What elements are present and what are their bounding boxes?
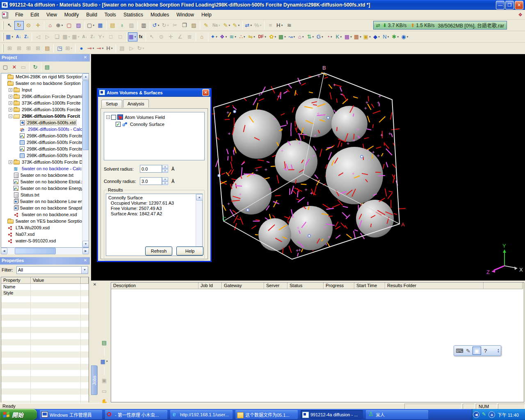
tree-item-label[interactable]: 5water on no backbone Sorption Fixed [15, 81, 82, 86]
adjust-bond-button[interactable]: ⇄▼ [244, 21, 253, 30]
chevron-down-icon[interactable]: ▼ [397, 36, 399, 38]
tree-item[interactable]: 5water on no backbone Energy.xc [1, 185, 82, 192]
chevron-down-icon[interactable]: ▼ [250, 24, 252, 27]
chevron-down-icon[interactable]: ▼ [101, 47, 104, 50]
window-top-button[interactable]: ⊞ [24, 44, 33, 53]
module-kinetix-button[interactable]: ◔▼ [325, 32, 334, 41]
maximize-view-button[interactable]: ◳ [55, 44, 64, 53]
menu-file[interactable]: File [11, 11, 27, 19]
expand-icon[interactable]: + [9, 88, 12, 92]
analysis-tree-item[interactable]: −Atom Volumes Field [105, 114, 203, 121]
solvent-radius-stepper[interactable]: ▲▼ [162, 165, 168, 173]
add-hydrogen-button[interactable]: H▼ [275, 21, 285, 30]
chevron-down-icon[interactable]: ▼ [142, 47, 144, 50]
chevron-down-icon[interactable]: ▼ [68, 36, 71, 38]
run-script-button[interactable]: ▷ [127, 44, 136, 53]
dialog-title-bar[interactable]: Atom Volumes & Surfaces ✕ [98, 88, 210, 97]
menu-statistics[interactable]: Statistics [120, 11, 147, 19]
copy-button[interactable]: ❐ [180, 21, 189, 30]
chevron-down-icon[interactable]: ▼ [81, 267, 88, 274]
chevron-down-icon[interactable]: ▼ [218, 24, 221, 27]
select-2-button[interactable]: ↖ [147, 32, 157, 41]
property-row[interactable] [1, 388, 89, 395]
chevron-down-icon[interactable]: ▼ [243, 36, 246, 38]
annotate-button[interactable]: ❏ [52, 32, 62, 41]
tree-item-label[interactable]: LTA-Wu2009.xsd [15, 225, 50, 230]
tree-item-label[interactable]: MeOH-298K on rigid MS Sorption Iso [15, 74, 82, 79]
translate-button[interactable]: ✛ [33, 21, 43, 30]
chevron-down-icon[interactable]: ▼ [78, 36, 80, 38]
tree-item[interactable]: −298K-diffusion-500fs Forcit [1, 113, 82, 119]
module-dpd-button[interactable]: ↝▼ [287, 32, 297, 41]
jobs-tab[interactable]: Jobs [91, 365, 98, 395]
menu-edit[interactable]: Edit [27, 11, 43, 19]
tree-item-label[interactable]: 298K-diffusion-1000fs Forcite Dy [21, 107, 82, 112]
scroll-down-icon[interactable]: ▼ [82, 241, 89, 247]
property-row[interactable] [1, 321, 89, 327]
property-row[interactable] [1, 345, 89, 352]
ime-help-button[interactable]: ? [481, 347, 490, 355]
jobs-column-progress[interactable]: Progress [324, 283, 354, 289]
paste-button[interactable]: ▨ [189, 21, 199, 30]
module-forcite-button[interactable]: ⇅▼ [306, 32, 315, 41]
chevron-down-icon[interactable]: ▼ [369, 36, 371, 38]
tree-item-label[interactable]: 298K-diffusion-500fs Forcite [26, 133, 82, 138]
tree-item-label[interactable]: 298K-diffusion-500fs Forcite [26, 146, 82, 151]
chevron-down-icon[interactable]: ▼ [225, 36, 227, 38]
help-button[interactable]: Help [176, 247, 203, 256]
cut-button[interactable]: ✂ [170, 21, 180, 30]
select-button[interactable]: ↖ [5, 21, 14, 30]
undo-button[interactable]: ↺▼ [151, 21, 161, 30]
jobs-column-description[interactable]: Description [111, 283, 199, 289]
measure-button[interactable]: ∠ [176, 32, 185, 41]
ime-keyboard-button[interactable]: ⌨ [455, 347, 464, 355]
tree-item[interactable]: 298K-diffusion-500fs.xtd [1, 119, 82, 126]
jobs-view-button[interactable]: ▦▼ [100, 357, 109, 366]
pen-tray-icon[interactable]: ✎ [481, 411, 487, 418]
tree-item-label[interactable]: 5water on no backbone Etotal.xcd [20, 179, 82, 184]
add-atom-button[interactable]: ● [77, 44, 86, 53]
next-frame-button[interactable]: ▷ [43, 32, 52, 41]
toolbar-grip[interactable] [2, 21, 4, 30]
tree-item-label[interactable]: 5water on no backbone - Calculati [21, 166, 82, 171]
scroll-up-icon[interactable]: ▲ [196, 194, 203, 201]
menu-tools[interactable]: Tools [101, 11, 120, 19]
chevron-down-icon[interactable]: ▼ [350, 36, 352, 38]
module-analysis-button[interactable]: ✦▼ [210, 32, 219, 41]
module-mesocite-button[interactable]: K▼ [334, 32, 344, 41]
tree-item-label[interactable]: 373K-diffusion-500fs Forcite Dyn [21, 160, 82, 164]
module-reflex-button[interactable]: N▼ [381, 32, 391, 41]
tree-item-label[interactable]: water-S-991020.xsd [15, 238, 57, 243]
sketch-fragment-button[interactable]: ✎▼ [232, 21, 241, 30]
zoom-2-button[interactable]: ⊙ [157, 32, 166, 41]
solvent-radius-input[interactable] [140, 165, 162, 173]
tree-item-label[interactable]: 298K-diffusion-500fs Forcite [26, 140, 82, 145]
jobs-column-server[interactable]: Server [264, 283, 288, 289]
menu-window[interactable]: Window [173, 11, 198, 19]
jobs-properties-button[interactable]: ▣ [100, 376, 109, 385]
minimize-button[interactable]: — [496, 1, 504, 9]
chevron-down-icon[interactable]: ▼ [234, 36, 237, 38]
prev-frame-button[interactable]: ◁ [33, 32, 43, 41]
translate-2-button[interactable]: ✛ [166, 32, 176, 41]
sort-za-2-button[interactable]: Z↓ [89, 32, 97, 41]
scroll-up-icon[interactable]: ▲ [82, 73, 89, 80]
open-button[interactable]: ▤ [108, 21, 117, 30]
tree-item[interactable]: +373K-diffusion-1000fs Forcite Dy [1, 100, 82, 106]
task-button-ie[interactable]: http://192.168.1.1/user... [170, 410, 233, 419]
tree-item-label[interactable]: Na07.xsd [15, 232, 35, 237]
tree-item[interactable]: 5water on no backbone.txt [1, 172, 82, 178]
connolly-radius-stepper[interactable]: ▲▼ [162, 177, 168, 185]
module-mesodyn-button[interactable]: ▩▼ [344, 32, 353, 41]
sort-az-button[interactable]: A↓ [14, 32, 23, 41]
tab-setup[interactable]: Setup [101, 100, 122, 108]
task-button-opera[interactable]: - 第一性原理 小木虫... [105, 410, 167, 419]
clean-button[interactable]: ≋ [285, 21, 294, 30]
zoom-button[interactable]: ⊙ [24, 21, 33, 30]
tree-item-label[interactable]: Status.txt [20, 192, 40, 197]
module-castep-button[interactable]: ∴▼ [238, 32, 247, 41]
module-blends-button[interactable]: ≋▼ [228, 32, 238, 41]
grid-view-button[interactable]: ▦▼ [128, 32, 137, 41]
fit-view-button[interactable]: ▢ [64, 21, 74, 30]
window-left-button[interactable]: ⊞ [5, 44, 14, 53]
